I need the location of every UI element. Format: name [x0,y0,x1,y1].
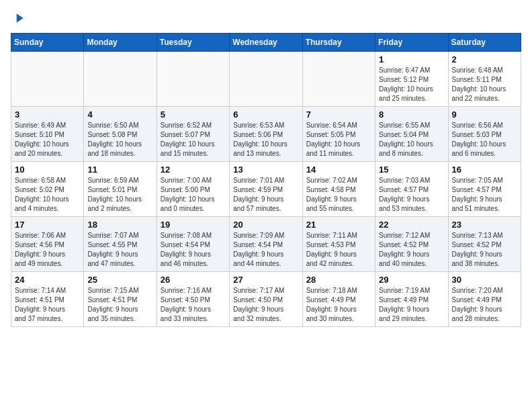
calendar-cell [84,51,157,106]
calendar-cell: 29Sunrise: 7:19 AM Sunset: 4:49 PM Dayli… [375,271,448,326]
day-number: 15 [379,165,444,175]
week-row-2: 3Sunrise: 6:49 AM Sunset: 5:10 PM Daylig… [11,106,521,161]
day-info: Sunrise: 7:03 AM Sunset: 4:57 PM Dayligh… [379,176,444,214]
day-info: Sunrise: 6:49 AM Sunset: 5:10 PM Dayligh… [15,121,80,158]
day-number: 8 [379,109,444,120]
calendar-cell [230,51,302,106]
day-number: 3 [15,109,80,120]
calendar-cell: 13Sunrise: 7:01 AM Sunset: 4:59 PM Dayli… [230,161,302,216]
calendar-cell: 26Sunrise: 7:16 AM Sunset: 4:50 PM Dayli… [157,271,229,326]
day-info: Sunrise: 6:59 AM Sunset: 5:01 PM Dayligh… [87,176,152,214]
day-info: Sunrise: 7:11 AM Sunset: 4:53 PM Dayligh… [306,231,371,269]
calendar-cell: 21Sunrise: 7:11 AM Sunset: 4:53 PM Dayli… [302,216,375,271]
col-header-thursday: Thursday [302,33,375,51]
day-info: Sunrise: 7:07 AM Sunset: 4:55 PM Dayligh… [87,231,152,269]
col-header-monday: Monday [84,33,157,51]
calendar-cell: 16Sunrise: 7:05 AM Sunset: 4:57 PM Dayli… [448,161,521,216]
day-info: Sunrise: 7:16 AM Sunset: 4:50 PM Dayligh… [161,286,226,324]
day-number: 18 [87,220,152,230]
calendar-cell: 4Sunrise: 6:50 AM Sunset: 5:08 PM Daylig… [84,106,157,161]
day-number: 11 [87,165,152,175]
calendar-cell [157,51,229,106]
calendar-cell: 8Sunrise: 6:55 AM Sunset: 5:04 PM Daylig… [375,106,448,161]
day-info: Sunrise: 7:06 AM Sunset: 4:56 PM Dayligh… [15,231,80,269]
day-number: 17 [15,220,80,230]
day-number: 23 [452,220,517,230]
day-number: 30 [452,275,517,285]
calendar-cell: 9Sunrise: 6:56 AM Sunset: 5:03 PM Daylig… [448,106,521,161]
day-info: Sunrise: 6:47 AM Sunset: 5:12 PM Dayligh… [379,66,444,103]
day-info: Sunrise: 7:17 AM Sunset: 4:50 PM Dayligh… [233,286,298,324]
day-number: 7 [306,109,371,120]
calendar-cell: 10Sunrise: 6:58 AM Sunset: 5:02 PM Dayli… [11,161,84,216]
calendar-cell: 25Sunrise: 7:15 AM Sunset: 4:51 PM Dayli… [84,271,157,326]
calendar-cell: 6Sunrise: 6:53 AM Sunset: 5:06 PM Daylig… [230,106,302,161]
col-header-saturday: Saturday [448,33,521,51]
calendar-cell: 22Sunrise: 7:12 AM Sunset: 4:52 PM Dayli… [375,216,448,271]
day-info: Sunrise: 7:00 AM Sunset: 5:00 PM Dayligh… [161,176,226,214]
calendar-cell: 3Sunrise: 6:49 AM Sunset: 5:10 PM Daylig… [11,106,84,161]
day-number: 26 [161,275,226,285]
day-number: 13 [233,165,298,175]
calendar-cell: 15Sunrise: 7:03 AM Sunset: 4:57 PM Dayli… [375,161,448,216]
day-number: 16 [452,165,517,175]
day-info: Sunrise: 6:54 AM Sunset: 5:05 PM Dayligh… [306,121,371,158]
calendar-cell [302,51,375,106]
day-number: 24 [15,275,80,285]
day-info: Sunrise: 7:09 AM Sunset: 4:54 PM Dayligh… [233,231,298,269]
day-number: 10 [15,165,80,175]
day-info: Sunrise: 6:56 AM Sunset: 5:03 PM Dayligh… [452,121,517,158]
calendar-cell: 14Sunrise: 7:02 AM Sunset: 4:58 PM Dayli… [302,161,375,216]
day-info: Sunrise: 7:05 AM Sunset: 4:57 PM Dayligh… [452,176,517,214]
day-info: Sunrise: 6:58 AM Sunset: 5:02 PM Dayligh… [15,176,80,214]
calendar-cell: 28Sunrise: 7:18 AM Sunset: 4:49 PM Dayli… [302,271,375,326]
day-number: 27 [233,275,298,285]
calendar-cell: 24Sunrise: 7:14 AM Sunset: 4:51 PM Dayli… [11,271,84,326]
day-info: Sunrise: 7:13 AM Sunset: 4:52 PM Dayligh… [452,231,517,269]
calendar-cell: 12Sunrise: 7:00 AM Sunset: 5:00 PM Dayli… [157,161,229,216]
week-row-3: 10Sunrise: 6:58 AM Sunset: 5:02 PM Dayli… [11,161,521,216]
day-number: 9 [452,109,517,120]
day-info: Sunrise: 7:12 AM Sunset: 4:52 PM Dayligh… [379,231,444,269]
calendar-cell: 27Sunrise: 7:17 AM Sunset: 4:50 PM Dayli… [230,271,302,326]
calendar-cell: 19Sunrise: 7:08 AM Sunset: 4:54 PM Dayli… [157,216,229,271]
day-info: Sunrise: 7:01 AM Sunset: 4:59 PM Dayligh… [233,176,298,214]
day-number: 25 [87,275,152,285]
day-info: Sunrise: 6:55 AM Sunset: 5:04 PM Dayligh… [379,121,444,158]
calendar-table: SundayMondayTuesdayWednesdayThursdayFrid… [11,33,521,327]
col-header-friday: Friday [375,33,448,51]
calendar-header-row: SundayMondayTuesdayWednesdayThursdayFrid… [11,33,521,51]
calendar-cell: 20Sunrise: 7:09 AM Sunset: 4:54 PM Dayli… [230,216,302,271]
day-info: Sunrise: 7:15 AM Sunset: 4:51 PM Dayligh… [87,286,152,324]
day-number: 19 [161,220,226,230]
calendar-cell: 2Sunrise: 6:48 AM Sunset: 5:11 PM Daylig… [448,51,521,106]
calendar-cell: 7Sunrise: 6:54 AM Sunset: 5:05 PM Daylig… [302,106,375,161]
logo [11,11,26,25]
day-number: 2 [452,54,517,64]
calendar-cell: 1Sunrise: 6:47 AM Sunset: 5:12 PM Daylig… [375,51,448,106]
day-info: Sunrise: 7:14 AM Sunset: 4:51 PM Dayligh… [15,286,80,324]
calendar-cell: 23Sunrise: 7:13 AM Sunset: 4:52 PM Dayli… [448,216,521,271]
week-row-5: 24Sunrise: 7:14 AM Sunset: 4:51 PM Dayli… [11,271,521,326]
day-number: 6 [233,109,298,120]
calendar-cell: 11Sunrise: 6:59 AM Sunset: 5:01 PM Dayli… [84,161,157,216]
day-info: Sunrise: 6:53 AM Sunset: 5:06 PM Dayligh… [233,121,298,158]
calendar-cell: 5Sunrise: 6:52 AM Sunset: 5:07 PM Daylig… [157,106,229,161]
col-header-tuesday: Tuesday [157,33,229,51]
calendar-cell: 17Sunrise: 7:06 AM Sunset: 4:56 PM Dayli… [11,216,84,271]
day-info: Sunrise: 7:02 AM Sunset: 4:58 PM Dayligh… [306,176,371,214]
day-number: 21 [306,220,371,230]
col-header-sunday: Sunday [11,33,84,51]
day-info: Sunrise: 6:50 AM Sunset: 5:08 PM Dayligh… [87,121,152,158]
day-info: Sunrise: 7:08 AM Sunset: 4:54 PM Dayligh… [161,231,226,269]
day-number: 1 [379,54,444,64]
calendar-cell: 18Sunrise: 7:07 AM Sunset: 4:55 PM Dayli… [84,216,157,271]
day-number: 22 [379,220,444,230]
day-number: 5 [161,109,226,120]
day-number: 4 [87,109,152,120]
page-header [11,11,521,25]
svg-marker-0 [17,13,24,22]
logo-icon [12,11,26,25]
day-info: Sunrise: 6:52 AM Sunset: 5:07 PM Dayligh… [161,121,226,158]
day-number: 14 [306,165,371,175]
